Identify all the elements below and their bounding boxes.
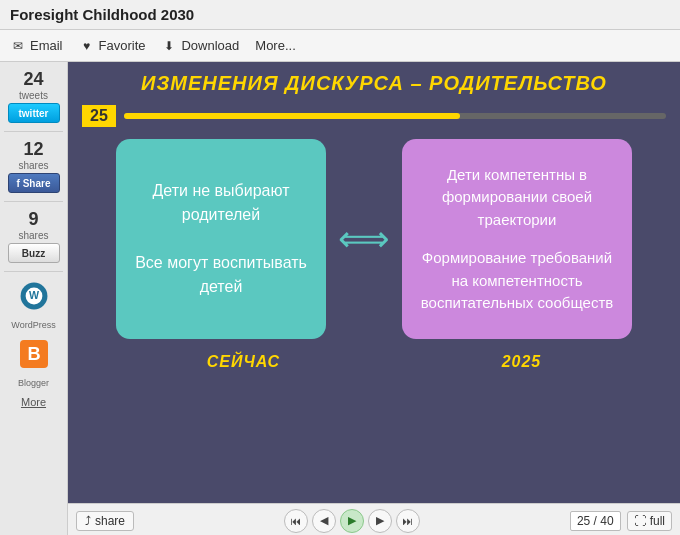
arrow-icon: ⟺ — [338, 218, 390, 260]
card-left: Дети не выбирают родителей Все могут вос… — [116, 139, 326, 339]
card-right-top-text: Дети компетентны в формировании своей тр… — [418, 164, 616, 232]
play-button[interactable]: ▶ — [340, 509, 364, 533]
share-icon: ⤴ — [85, 514, 91, 528]
wordpress-logo[interactable]: W — [18, 280, 50, 312]
progress-bar-container — [124, 113, 666, 119]
email-button[interactable]: ✉ Email — [10, 38, 63, 53]
shares-label-1: shares — [18, 160, 48, 171]
svg-text:B: B — [27, 344, 40, 364]
bottom-controls: ⤴ share ⏮ ◀ ▶ ▶ ⏭ 25 / 40 ⛶ full — [68, 503, 680, 535]
prev-button[interactable]: ◀ — [312, 509, 336, 533]
download-button[interactable]: ⬇ Download — [161, 38, 239, 53]
blogger-label: Blogger — [18, 378, 49, 388]
heart-icon: ♥ — [79, 39, 95, 53]
page-indicator: 25 / 40 — [570, 511, 621, 531]
title-bar: Foresight Childhood 2030 — [0, 0, 680, 30]
divider-3 — [4, 271, 63, 272]
main-layout: 24 tweets twitter 12 shares f Share 9 sh… — [0, 62, 680, 535]
page-title: Foresight Childhood 2030 — [10, 6, 194, 23]
more-button[interactable]: More... — [255, 38, 295, 53]
email-icon: ✉ — [10, 39, 26, 53]
buzz-count: 9 — [28, 210, 38, 228]
slide-content: ИЗМЕНЕНИЯ ДИСКУРСА – РОДИТЕЛЬСТВО 25 Дет… — [68, 62, 680, 503]
twitter-widget: 24 tweets twitter — [8, 70, 60, 123]
slide-title: ИЗМЕНЕНИЯ ДИСКУРСА – РОДИТЕЛЬСТВО — [82, 72, 666, 95]
download-icon: ⬇ — [161, 39, 177, 53]
slide-progress-row: 25 — [82, 105, 666, 127]
next-button[interactable]: ▶ — [368, 509, 392, 533]
cards-row: Дети не выбирают родителей Все могут вос… — [82, 139, 666, 349]
card-left-text: Дети не выбирают родителей Все могут вос… — [132, 179, 310, 299]
facebook-widget: 12 shares f Share — [8, 140, 60, 193]
sidebar: 24 tweets twitter 12 shares f Share 9 sh… — [0, 62, 68, 535]
fullscreen-icon: ⛶ — [634, 514, 646, 528]
label-now: СЕЙЧАС — [207, 353, 280, 371]
facebook-button[interactable]: f Share — [8, 173, 60, 193]
shares-count-1: 12 — [23, 140, 43, 158]
card-right-bottom-text: Формирование требований на компетентност… — [418, 247, 616, 315]
divider-1 — [4, 131, 63, 132]
buzz-label: shares — [18, 230, 48, 241]
divider-2 — [4, 201, 63, 202]
buzz-button[interactable]: Buzz — [8, 243, 60, 263]
page-current: 25 — [577, 514, 590, 528]
slide-number-badge: 25 — [82, 105, 116, 127]
buzz-widget: 9 shares Buzz — [8, 210, 60, 263]
progress-bar-fill — [124, 113, 460, 119]
tweets-label: tweets — [19, 90, 48, 101]
last-button[interactable]: ⏭ — [396, 509, 420, 533]
toolbar: ✉ Email ♥ Favorite ⬇ Download More... — [0, 30, 680, 62]
wordpress-label: WordPress — [11, 320, 55, 330]
first-button[interactable]: ⏮ — [284, 509, 308, 533]
card-right: Дети компетентны в формировании своей тр… — [402, 139, 632, 339]
share-button[interactable]: ⤴ share — [76, 511, 134, 531]
svg-text:W: W — [28, 289, 39, 301]
favorite-button[interactable]: ♥ Favorite — [79, 38, 146, 53]
page-total: 40 — [600, 514, 613, 528]
playback-controls: ⏮ ◀ ▶ ▶ ⏭ — [140, 509, 564, 533]
labels-row: СЕЙЧАС 2025 — [82, 349, 666, 379]
label-future: 2025 — [502, 353, 542, 371]
fullscreen-button[interactable]: ⛶ full — [627, 511, 672, 531]
slide-container: ИЗМЕНЕНИЯ ДИСКУРСА – РОДИТЕЛЬСТВО 25 Дет… — [68, 62, 680, 535]
twitter-button[interactable]: twitter — [8, 103, 60, 123]
blogger-logo[interactable]: B — [18, 338, 50, 370]
more-link[interactable]: More — [21, 396, 46, 408]
tweets-count: 24 — [23, 70, 43, 88]
